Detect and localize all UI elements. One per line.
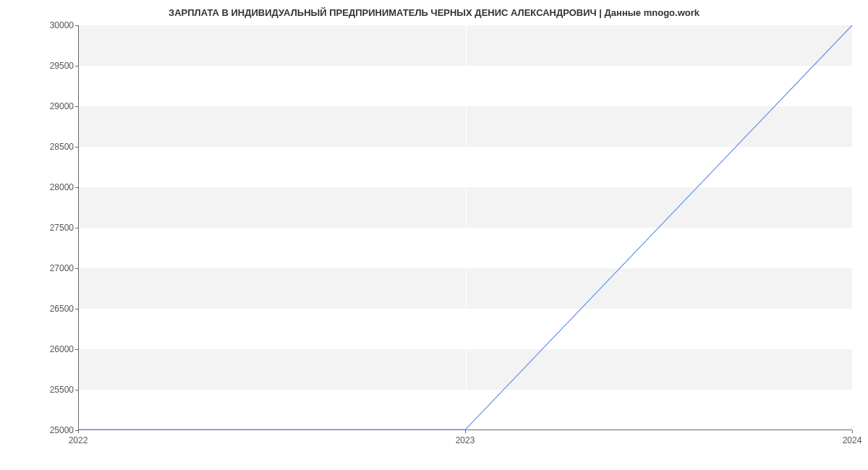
y-tick-label: 28500 [16,142,74,152]
y-tick-mark [75,25,78,26]
x-tick-mark [465,430,466,433]
data-line [79,25,852,430]
y-tick-mark [75,147,78,148]
y-tick-label: 29500 [16,61,74,71]
x-tick-label: 2024 [843,435,862,445]
series-line [79,25,852,430]
y-tick-mark [75,349,78,350]
y-tick-label: 29000 [16,101,74,111]
x-tick-label: 2022 [69,435,88,445]
y-tick-label: 27500 [16,223,74,233]
x-tick-mark [78,430,79,433]
plot-area [78,25,852,430]
y-tick-label: 26000 [16,344,74,354]
y-tick-label: 26500 [16,304,74,314]
y-tick-mark [75,228,78,228]
x-tick-label: 2023 [456,435,475,445]
y-tick-label: 25500 [16,385,74,395]
y-tick-mark [75,66,78,67]
y-tick-label: 30000 [16,20,74,30]
y-tick-label: 28000 [16,182,74,192]
y-tick-label: 25000 [16,425,74,435]
x-grid-line [853,25,854,430]
y-tick-mark [75,268,78,269]
x-tick-mark [852,430,853,433]
y-tick-mark [75,106,78,107]
y-tick-mark [75,309,78,309]
chart-title: ЗАРПЛАТА В ИНДИВИДУАЛЬНЫЙ ПРЕДПРИНИМАТЕЛ… [0,7,868,18]
y-tick-label: 27000 [16,263,74,273]
y-tick-mark [75,390,78,390]
y-tick-mark [75,187,78,188]
